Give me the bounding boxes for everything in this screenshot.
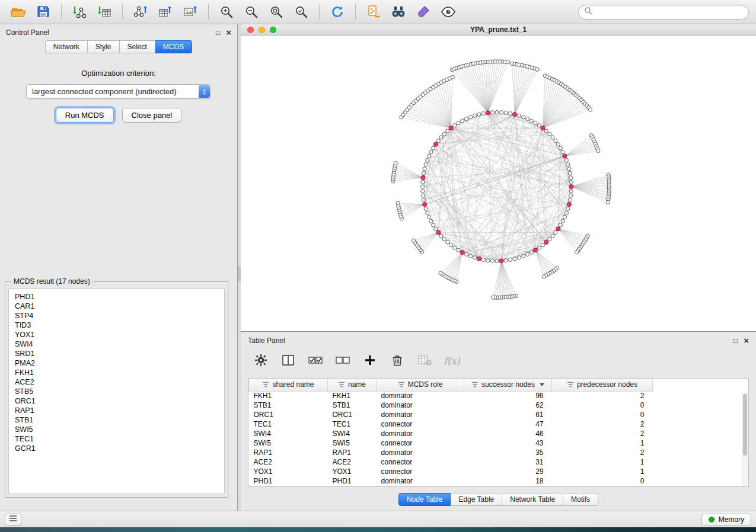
status-menu-button[interactable] bbox=[5, 514, 21, 525]
refresh-network-button[interactable] bbox=[326, 2, 349, 21]
mcds-result-item[interactable]: SWI5 bbox=[15, 425, 224, 434]
cell-predecessor-nodes[interactable]: 2 bbox=[552, 391, 653, 400]
cell-predecessor-nodes[interactable]: 0 bbox=[552, 400, 653, 410]
cell-predecessor-nodes[interactable]: 2 bbox=[552, 448, 653, 457]
mcds-result-item[interactable]: SRD1 bbox=[15, 349, 224, 358]
cell-name[interactable]: STB1 bbox=[328, 400, 377, 410]
mcds-result-item[interactable]: TID3 bbox=[15, 321, 224, 330]
cell-name[interactable]: RAP1 bbox=[328, 448, 377, 457]
table-row[interactable]: FKH1 FKH1 dominator 96 2 bbox=[249, 391, 749, 400]
cell-name[interactable]: YOX1 bbox=[328, 467, 377, 476]
cell-mcds-role[interactable]: dominator bbox=[377, 429, 464, 438]
cell-name[interactable]: ACE2 bbox=[328, 457, 377, 467]
table-row[interactable]: PHD1 PHD1 dominator 18 0 bbox=[249, 476, 749, 486]
column-header-predecessor-nodes[interactable]: predecessor nodes bbox=[552, 379, 653, 391]
zoom-selected-button[interactable] bbox=[290, 2, 312, 21]
table-row[interactable]: SWI5 SWI5 connector 43 1 bbox=[249, 438, 749, 448]
find-button[interactable] bbox=[387, 2, 410, 21]
cell-mcds-role[interactable]: connector bbox=[377, 419, 464, 429]
cell-predecessor-nodes[interactable]: 1 bbox=[552, 467, 653, 476]
cell-successor-nodes[interactable]: 46 bbox=[464, 429, 552, 438]
maximize-window-icon[interactable] bbox=[270, 27, 276, 33]
table-mode-button[interactable] bbox=[250, 351, 272, 371]
cell-predecessor-nodes[interactable]: 0 bbox=[552, 410, 653, 419]
table-row[interactable]: RAP1 RAP1 dominator 35 2 bbox=[249, 448, 749, 457]
search-input[interactable] bbox=[596, 8, 743, 16]
cell-shared-name[interactable]: SWI4 bbox=[249, 429, 328, 438]
table-row[interactable]: TEC1 TEC1 connector 47 2 bbox=[249, 419, 749, 429]
cell-successor-nodes[interactable]: 29 bbox=[464, 467, 552, 476]
zoom-in-button[interactable] bbox=[215, 2, 238, 21]
mcds-result-item[interactable]: PHD1 bbox=[15, 292, 224, 302]
cell-shared-name[interactable]: PHD1 bbox=[249, 476, 328, 486]
delete-column-button[interactable] bbox=[387, 351, 408, 371]
table-row[interactable]: SWI4 SWI4 dominator 46 2 bbox=[249, 429, 749, 438]
function-builder-button[interactable]: f(x) bbox=[441, 351, 462, 371]
mcds-result-item[interactable]: TEC1 bbox=[15, 434, 224, 444]
cell-predecessor-nodes[interactable]: 2 bbox=[552, 429, 653, 438]
paint-style-button[interactable] bbox=[412, 2, 435, 21]
mcds-result-item[interactable]: RAP1 bbox=[15, 406, 224, 415]
close-panel-icon[interactable]: × bbox=[226, 29, 231, 36]
cell-mcds-role[interactable]: connector bbox=[377, 457, 464, 467]
open-file-button[interactable] bbox=[7, 2, 30, 21]
export-image-button[interactable] bbox=[179, 2, 202, 21]
add-column-button[interactable] bbox=[359, 351, 381, 371]
tab-network[interactable]: Network bbox=[45, 40, 88, 53]
cell-shared-name[interactable]: TEC1 bbox=[249, 419, 328, 429]
deselect-all-button[interactable] bbox=[332, 351, 353, 371]
memory-button[interactable]: Memory bbox=[701, 514, 751, 525]
save-session-button[interactable] bbox=[32, 2, 55, 21]
float-table-panel-icon[interactable]: □ bbox=[733, 337, 738, 344]
network-graph[interactable] bbox=[241, 36, 756, 331]
cell-mcds-role[interactable]: connector bbox=[377, 438, 464, 448]
network-canvas[interactable] bbox=[241, 36, 756, 331]
run-mcds-button[interactable]: Run MCDS bbox=[56, 108, 114, 123]
close-window-icon[interactable] bbox=[247, 27, 254, 33]
show-columns-button[interactable] bbox=[277, 351, 299, 371]
cell-name[interactable]: SWI4 bbox=[328, 429, 377, 438]
cell-successor-nodes[interactable]: 43 bbox=[464, 438, 552, 448]
cell-name[interactable]: TEC1 bbox=[328, 419, 377, 429]
cell-mcds-role[interactable]: dominator bbox=[377, 400, 464, 410]
mcds-result-item[interactable]: STB5 bbox=[15, 387, 224, 396]
mcds-result-item[interactable]: ORC1 bbox=[15, 396, 224, 406]
tab-mcds[interactable]: MCDS bbox=[155, 40, 192, 53]
cell-mcds-role[interactable]: dominator bbox=[377, 391, 464, 400]
mcds-result-item[interactable]: FKH1 bbox=[15, 368, 224, 377]
column-header-shared-name[interactable]: shared name bbox=[249, 379, 328, 391]
import-table-button[interactable] bbox=[93, 2, 116, 21]
mcds-result-item[interactable]: PMA2 bbox=[15, 358, 224, 368]
cell-shared-name[interactable]: ORC1 bbox=[249, 410, 328, 419]
tab-style[interactable]: Style bbox=[88, 40, 120, 53]
cell-predecessor-nodes[interactable]: 2 bbox=[552, 419, 653, 429]
export-network-button[interactable] bbox=[129, 2, 152, 21]
cell-successor-nodes[interactable]: 96 bbox=[464, 391, 552, 400]
cell-mcds-role[interactable]: dominator bbox=[377, 476, 464, 486]
cell-predecessor-nodes[interactable]: 1 bbox=[552, 457, 653, 467]
close-table-panel-icon[interactable]: × bbox=[744, 337, 749, 344]
cell-predecessor-nodes[interactable]: 0 bbox=[552, 476, 653, 486]
cell-name[interactable]: ORC1 bbox=[328, 410, 377, 419]
tab-node-table[interactable]: Node Table bbox=[398, 493, 451, 506]
share-network-button[interactable] bbox=[362, 2, 385, 21]
float-panel-icon[interactable]: □ bbox=[216, 29, 220, 36]
tab-motifs[interactable]: Motifs bbox=[563, 493, 598, 506]
mcds-result-item[interactable]: CAR1 bbox=[15, 302, 224, 311]
cell-shared-name[interactable]: YOX1 bbox=[249, 467, 328, 476]
table-row[interactable]: YOX1 YOX1 connector 29 1 bbox=[249, 467, 749, 476]
cell-shared-name[interactable]: FKH1 bbox=[249, 391, 328, 400]
cell-shared-name[interactable]: ACE2 bbox=[249, 457, 328, 467]
export-table-button[interactable] bbox=[154, 2, 177, 21]
show-graphics-details-button[interactable] bbox=[437, 2, 460, 21]
cell-shared-name[interactable]: SWI5 bbox=[249, 438, 328, 448]
mcds-result-item[interactable]: SWI4 bbox=[15, 339, 224, 349]
cell-name[interactable]: FKH1 bbox=[328, 391, 377, 400]
mcds-result-item[interactable]: YOX1 bbox=[15, 330, 224, 339]
column-header-mcds-role[interactable]: MCDS role bbox=[377, 379, 464, 391]
cell-name[interactable]: PHD1 bbox=[328, 476, 377, 486]
close-panel-button[interactable]: Close panel bbox=[122, 108, 182, 123]
cell-predecessor-nodes[interactable]: 1 bbox=[552, 438, 653, 448]
cell-shared-name[interactable]: STB1 bbox=[249, 400, 328, 410]
cell-successor-nodes[interactable]: 35 bbox=[464, 448, 552, 457]
